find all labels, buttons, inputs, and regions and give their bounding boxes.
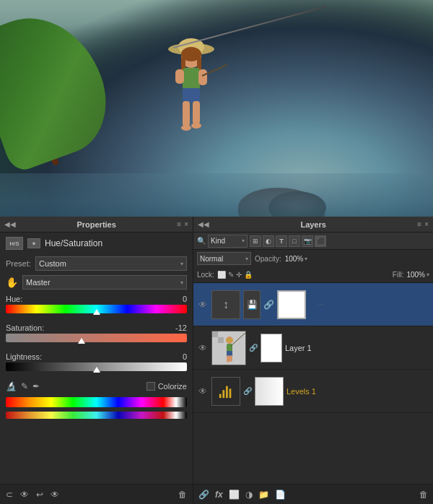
layer-options-hue-sat[interactable]: ··· <box>318 300 323 308</box>
layer-1-thumbnail <box>211 331 246 365</box>
preset-label: Preset: <box>6 259 31 268</box>
opacity-control[interactable]: 100% ▾ <box>285 255 308 263</box>
svg-rect-6 <box>183 68 200 90</box>
lightness-slider-thumb[interactable] <box>93 367 100 373</box>
eyedropper-icon-3[interactable]: ✒ <box>32 381 40 391</box>
hue-slider-thumb[interactable] <box>93 309 100 315</box>
saturation-slider-thumb[interactable] <box>78 338 85 344</box>
link-layers-icon[interactable]: 🔗 <box>197 488 211 501</box>
layer-item-levels-1[interactable]: 👁 🔗 Levels 1 <box>193 370 433 413</box>
opacity-value: 100% <box>285 255 304 263</box>
reset-adjustment-icon[interactable]: ↩ <box>35 488 45 501</box>
eyedropper-icon-1[interactable]: 🔬 <box>6 381 17 391</box>
layers-lock-row: Lock: ⬜ ✎ ✛ 🔒 Fill: 100% ▾ <box>193 267 433 283</box>
spectrum-bar <box>6 397 187 407</box>
canvas-area <box>0 0 433 231</box>
master-dropdown[interactable]: Master ▾ <box>22 275 187 290</box>
svg-rect-31 <box>226 386 228 398</box>
properties-menu-icon[interactable]: ≡ <box>177 220 181 228</box>
layer-effects-icon[interactable]: fx <box>214 488 224 501</box>
layer-visibility-levels[interactable]: 👁 <box>197 386 209 397</box>
new-group-icon[interactable]: 📁 <box>257 488 271 501</box>
svg-rect-9 <box>183 88 200 103</box>
svg-point-13 <box>191 123 201 129</box>
layers-close-icon[interactable]: × <box>424 220 429 228</box>
opacity-arrow-icon: ▾ <box>305 256 307 262</box>
clip-to-layer-icon[interactable]: ⊂ <box>4 488 14 501</box>
properties-title: Properties <box>76 220 115 229</box>
saturation-section: Saturation: -12 <box>0 321 193 349</box>
svg-line-14 <box>202 36 227 76</box>
add-mask-icon[interactable]: ⬜ <box>227 488 241 501</box>
properties-header-icons: ≡ × <box>177 220 188 228</box>
hue-label: Hue: <box>6 295 22 303</box>
svg-rect-30 <box>222 390 224 398</box>
preview-icon[interactable]: 👁 <box>49 488 61 501</box>
lightness-slider-track[interactable] <box>6 362 187 371</box>
layers-filter-toolbar: 🔍 Kind ▾ ⊞ ◐ T □ 📷 ⬛ <box>193 233 433 250</box>
filter-shape-icon[interactable]: □ <box>289 235 300 247</box>
link-chain-icon-3: 🔗 <box>243 387 252 395</box>
blend-mode-dropdown[interactable]: Normal ▾ <box>197 252 251 265</box>
adjustment-title: Hue/Saturation <box>45 238 102 248</box>
preset-dropdown-arrow: ▾ <box>180 261 183 267</box>
properties-collapse-icon[interactable]: ◀◀ <box>4 220 16 228</box>
new-layer-icon[interactable]: 📄 <box>274 488 287 501</box>
layer-1-mask <box>261 334 282 362</box>
svg-rect-10 <box>183 101 190 126</box>
levels-mask <box>255 377 284 406</box>
blend-dropdown-arrow: ▾ <box>245 256 248 262</box>
lightness-label: Lightness: <box>6 352 42 361</box>
filter-pixel-icon[interactable]: ⊞ <box>250 235 261 247</box>
lock-transparent-icon[interactable]: ⬜ <box>217 271 226 279</box>
layer-visibility-1[interactable]: 👁 <box>197 342 209 354</box>
lock-image-icon[interactable]: ✎ <box>228 271 234 279</box>
delete-adjustment-icon[interactable]: 🗑 <box>177 488 188 501</box>
layer-visibility-hue-sat[interactable]: 👁 <box>197 299 209 310</box>
layers-blend-row: Normal ▾ Opacity: 100% ▾ <box>193 250 433 267</box>
fill-value: 100% <box>406 271 425 279</box>
lock-all-icon[interactable]: 🔒 <box>244 271 253 279</box>
preset-dropdown[interactable]: Custom ▾ <box>35 256 187 271</box>
hand-tool-icon[interactable]: ✋ <box>6 277 18 288</box>
spectrum-bar-2 <box>6 412 187 419</box>
svg-rect-29 <box>219 394 222 398</box>
filter-type-icon[interactable]: T <box>276 235 287 247</box>
svg-rect-32 <box>229 388 232 398</box>
svg-rect-20 <box>218 337 224 343</box>
visibility-toggle-icon[interactable]: 👁 <box>19 488 30 501</box>
lock-position-icon[interactable]: ✛ <box>236 271 242 279</box>
adjustment-visibility-icon[interactable]: ● <box>27 238 40 248</box>
hue-sat-mask <box>277 290 306 319</box>
layers-menu-icon[interactable]: ≡ <box>417 220 421 228</box>
kind-dropdown[interactable]: Kind ▾ <box>208 235 248 248</box>
filter-icons-group: ⊞ ◐ T □ 📷 ⬛ <box>250 235 326 247</box>
properties-bottom-toolbar: ⊂ 👁 ↩ 👁 🗑 <box>0 484 193 504</box>
hue-label-row: Hue: 0 <box>6 295 187 303</box>
girl-figure <box>155 29 227 173</box>
layers-collapse-icon[interactable]: ◀◀ <box>198 220 209 228</box>
lightness-section: Lightness: 0 <box>0 349 193 378</box>
properties-close-icon[interactable]: × <box>184 220 188 228</box>
layers-title: Layers <box>300 220 325 229</box>
layers-bottom-bar: 🔗 fx ⬜ ◑ 📁 📄 🗑 <box>193 484 433 504</box>
colorize-label: Colorize <box>158 382 187 391</box>
fill-control[interactable]: 100% ▾ <box>406 271 429 279</box>
levels-1-name: Levels 1 <box>287 387 429 396</box>
blend-mode-value: Normal <box>200 255 223 263</box>
filter-smart-icon[interactable]: 📷 <box>302 235 313 247</box>
colorize-checkbox[interactable] <box>146 382 155 391</box>
hue-section: Hue: 0 <box>0 292 193 321</box>
hue-sat-layer-icon: ↕ <box>211 290 240 319</box>
eyedropper-icon-2[interactable]: ✎ <box>21 381 28 391</box>
delete-layer-icon[interactable]: 🗑 <box>418 488 429 501</box>
filter-toggle-icon[interactable]: ⬛ <box>315 235 326 247</box>
layer-item-1[interactable]: 👁 <box>193 326 433 370</box>
hue-slider-track[interactable] <box>6 305 187 313</box>
saturation-slider-track[interactable] <box>6 334 187 342</box>
hue-sat-header: H/S ● Hue/Saturation <box>0 233 193 254</box>
layer-item-hue-sat[interactable]: 👁 ↕ 💾 🔗 ··· <box>193 283 433 326</box>
preset-value: Custom <box>39 259 66 268</box>
new-adjustment-icon[interactable]: ◑ <box>244 488 254 501</box>
filter-adjustment-icon[interactable]: ◐ <box>263 235 274 247</box>
